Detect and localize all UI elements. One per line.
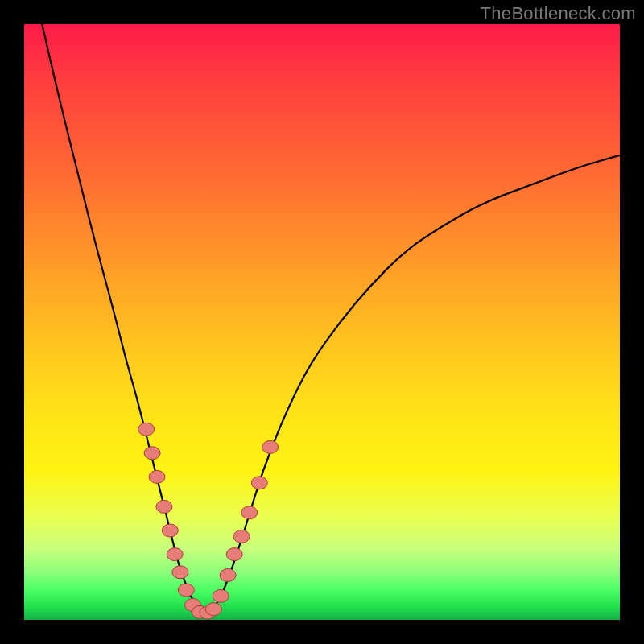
marker-dot: [178, 584, 194, 597]
watermark-text: TheBottleneck.com: [481, 3, 636, 24]
marker-dot: [233, 530, 250, 543]
chart-frame: TheBottleneck.com: [0, 0, 644, 644]
marker-dot: [220, 569, 236, 582]
marker-dot: [251, 477, 267, 489]
marker-dot: [226, 548, 242, 561]
marker-dot: [262, 440, 279, 453]
marker-dot: [213, 589, 229, 602]
marker-dot: [167, 548, 183, 561]
marker-dot: [149, 470, 165, 483]
bottleneck-curve: [42, 24, 620, 613]
marker-dot: [156, 500, 172, 513]
marker-dot: [205, 603, 221, 616]
marker-dot: [172, 566, 188, 579]
marker-group: [138, 423, 279, 619]
marker-dot: [162, 524, 178, 537]
chart-svg: [24, 24, 620, 620]
chart-plot-area: [24, 24, 620, 620]
marker-dot: [144, 447, 160, 460]
marker-dot: [138, 423, 155, 436]
marker-dot: [242, 506, 258, 519]
